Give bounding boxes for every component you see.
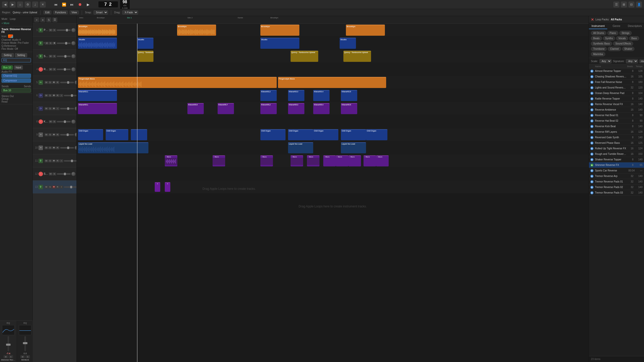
loop-item-15[interactable]: ▶Rough and Tumble Reverse Chords16150 — [589, 151, 644, 157]
clip-warm-4[interactable]: ○ Warm — [291, 155, 303, 166]
back-btn[interactable]: ◀ — [2, 2, 8, 8]
clip-studio-4[interactable]: Studio — [340, 38, 356, 49]
mixer-btn[interactable]: ⊟ — [628, 2, 634, 8]
clip-kitara2-4[interactable]: Kitara#05.2 — [260, 103, 277, 114]
smart-controls-btn[interactable]: S — [46, 17, 51, 22]
track-2-rec[interactable]: ✱ — [53, 42, 56, 45]
bus10-send[interactable]: Bus 10 — [2, 88, 31, 93]
clip-kitara2-5[interactable]: Kitara#05.3 — [288, 103, 304, 114]
clip-warm-9[interactable]: ○ Warm — [364, 155, 376, 166]
filter-piano[interactable]: Piano — [607, 31, 618, 35]
track-9-knob[interactable] — [75, 133, 77, 137]
clip-tamb-3[interactable]: Quincy · Tambourine Upbeat — [343, 51, 371, 62]
functions-menu[interactable]: Functions — [53, 11, 68, 14]
track-6-i[interactable]: I — [60, 94, 63, 97]
prefs-btn[interactable]: ⚙ — [25, 2, 31, 8]
filter-bass[interactable]: Bass — [629, 36, 639, 40]
clip-kitara-4[interactable]: Kitara#03.4 — [313, 90, 330, 101]
play-btn[interactable]: ▶ — [85, 2, 92, 8]
track-6-rec[interactable]: ✱ — [52, 94, 56, 97]
clip-warm-5[interactable]: ○ Warm — [307, 155, 319, 166]
clip-tamb-1[interactable]: Quincy · Tambourine U — [137, 51, 153, 62]
clip-fingerbass-1[interactable]: Fingerstyle Bass — [78, 77, 277, 88]
track-13-r[interactable]: R — [56, 186, 59, 189]
track-2-fader[interactable] — [57, 42, 71, 44]
track-12-knob[interactable] — [71, 172, 75, 176]
grid-view-btn[interactable]: ⊞ — [621, 2, 627, 8]
clip-warm-10[interactable]: ○ Warm — [376, 155, 389, 166]
sig-select[interactable]: Any — [626, 59, 638, 63]
clip-brooklyn-2[interactable]: Brooklyn — [177, 25, 216, 36]
track-5-fader[interactable] — [60, 82, 74, 83]
close-loop-browser-btn[interactable]: ✕ — [591, 18, 594, 22]
loop-item-17[interactable]: ▶Shimmer Reverse FX865 — [589, 162, 644, 168]
home-btn[interactable]: ⌂ — [17, 2, 23, 8]
loop-item-22[interactable]: ▶Tremor Reverse Pads 0332140 — [589, 190, 644, 196]
track-6-r[interactable]: R — [56, 94, 59, 97]
track-12-fader[interactable] — [57, 173, 71, 175]
clip-voxlead-1[interactable]: Liquid Vox Lead — [78, 142, 148, 153]
cs1-s-btn[interactable]: S — [9, 355, 13, 358]
track-10-solo[interactable]: S — [48, 146, 52, 149]
tab-descriptors[interactable]: Descriptors — [626, 23, 644, 29]
filter-clarinet[interactable]: Clarinet — [608, 47, 621, 51]
track-1-fader[interactable] — [57, 29, 71, 31]
clip-shimmer-2[interactable]: S — [165, 182, 170, 192]
track-13-solo[interactable]: S — [48, 186, 52, 189]
clip-kitara2-2[interactable]: Kitara#05.6 — [187, 103, 204, 114]
metronome-btn[interactable]: ♩ — [32, 2, 38, 8]
track-5-knob[interactable] — [75, 80, 77, 84]
track-6-solo[interactable]: S — [48, 94, 52, 97]
clip-warm-8[interactable]: ○ Warm — [348, 155, 361, 166]
open-list-btn[interactable]: ☰ — [52, 17, 57, 22]
track-8-knob[interactable] — [71, 120, 75, 124]
view-menu[interactable]: View — [70, 11, 79, 14]
scale-select[interactable]: Any — [599, 59, 612, 63]
edit-menu[interactable]: Edit — [44, 11, 51, 14]
track-8-mute[interactable]: M — [49, 120, 52, 123]
clip-studio-2[interactable]: Studio — [137, 38, 153, 49]
track-2-solo[interactable]: S — [49, 42, 52, 45]
track-7-solo[interactable]: S — [48, 107, 52, 110]
clip-chillorgan-4[interactable]: Chill Organ — [260, 129, 286, 140]
track-10-mute[interactable]: M — [45, 146, 48, 149]
clip-shimmer-1[interactable]: S — [155, 182, 160, 192]
clip-chillorgan-3[interactable] — [131, 129, 147, 140]
tab-instrument[interactable]: Instrument — [589, 23, 607, 29]
track-11-rec[interactable]: ✱ — [52, 159, 56, 162]
track-6-fader[interactable] — [64, 95, 77, 96]
user-btn[interactable]: 👤 — [636, 2, 642, 8]
tab-genre[interactable]: Genre — [607, 23, 626, 29]
loop-item-14[interactable]: ▶Rolled Up Tight Reverse FX16124 — [589, 146, 644, 151]
filter-synthetic-bass[interactable]: Synthetic Bass — [591, 41, 612, 46]
filter-vocals[interactable]: Vocals — [616, 36, 628, 40]
cs2-m-btn[interactable]: M — [20, 355, 25, 358]
clip-tamb-2[interactable]: Quincy · Tambourine Upbeat — [291, 51, 318, 62]
track-10-r[interactable]: R — [56, 146, 59, 149]
filter-marimba[interactable]: Marimba — [591, 52, 605, 56]
loop-item-6[interactable]: ▶Remix Reverse Vocal FX16140 — [589, 102, 644, 107]
track-13-i[interactable]: I — [60, 186, 63, 189]
forward-btn[interactable]: ▶ — [10, 2, 16, 8]
loop-item-8[interactable]: ▶Reverse Hat Beat 01890 — [589, 113, 644, 118]
cs1-m-btn[interactable]: M — [4, 355, 8, 358]
filter-strings[interactable]: Strings — [619, 31, 632, 35]
track-9-fader[interactable] — [60, 134, 74, 135]
loop-item-3[interactable]: ▶Lights and Sound Reverse Piano32120 — [589, 85, 644, 90]
track-10-knob[interactable] — [75, 146, 77, 150]
clip-kitara-3[interactable]: Kitara#03.3 — [288, 90, 304, 101]
track-7-fader[interactable] — [60, 108, 74, 109]
fast-rewind-btn[interactable]: ⏪ — [60, 2, 67, 8]
clip-chillorgan-5[interactable]: Chill Organ — [288, 129, 313, 140]
end-btn[interactable]: ⏭ — [68, 2, 75, 8]
track-11-mute[interactable]: M — [45, 159, 48, 162]
clip-chillorgan-7[interactable]: Chill Organ — [341, 129, 366, 140]
loop-item-7[interactable]: ▶Reverse Ambience16140 — [589, 107, 644, 113]
clip-chillorgan-8[interactable]: Chill Organ — [366, 129, 387, 140]
loop-item-0[interactable]: ▶Almost Reverse Topper8128 — [589, 68, 644, 74]
track-1-mute[interactable]: M — [49, 29, 52, 32]
loop-item-4[interactable]: ▶Ocean Deep Reverse Pad8104 — [589, 90, 644, 96]
eq-graph[interactable] — [2, 325, 15, 335]
clip-kitara2-7[interactable]: Kitara#05.5 — [341, 103, 357, 114]
filter-sound-effects[interactable]: Sound Effects — [613, 41, 633, 46]
